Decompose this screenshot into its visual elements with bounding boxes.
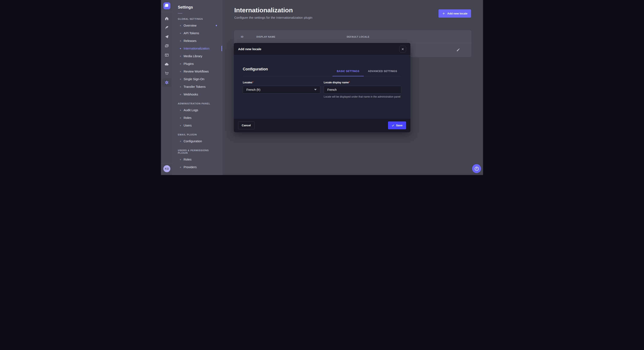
label-text: Locales	[243, 81, 252, 84]
modal-title: Add new locale	[238, 47, 261, 51]
cancel-button[interactable]: Cancel	[238, 121, 254, 129]
check-icon	[392, 124, 394, 127]
settings-tabs: BASIC SETTINGS ADVANCED SETTINGS	[332, 70, 402, 76]
configuration-header: Configuration BASIC SETTINGS ADVANCED SE…	[243, 55, 402, 76]
display-name-field: Locale display name* Locale will be disp…	[324, 81, 401, 98]
app-window: KD Settings GLOBAL SETTINGS Overview API…	[161, 0, 483, 175]
tab-basic-settings[interactable]: BASIC SETTINGS	[332, 70, 364, 76]
modal-body: Configuration BASIC SETTINGS ADVANCED SE…	[234, 55, 410, 118]
required-asterisk: *	[252, 81, 254, 84]
locales-select[interactable]: French (fr)	[243, 86, 320, 94]
close-icon[interactable]	[399, 46, 406, 52]
tab-advanced-settings[interactable]: ADVANCED SETTINGS	[364, 70, 402, 76]
add-new-locale-modal: Add new locale Configuration BASIC SETTI…	[234, 43, 410, 132]
label-text: Locale display name	[324, 81, 348, 84]
configuration-title: Configuration	[243, 67, 268, 76]
display-name-label: Locale display name*	[324, 81, 401, 84]
chevron-down-icon	[314, 89, 317, 90]
save-button[interactable]: Save	[388, 121, 406, 129]
locales-select-value: French (fr)	[246, 88, 260, 91]
modal-header: Add new locale	[234, 43, 410, 55]
modal-footer: Cancel Save	[234, 118, 410, 132]
locales-field: Locales* French (fr)	[243, 81, 320, 98]
save-button-label: Save	[396, 124, 402, 127]
display-name-input[interactable]	[324, 86, 401, 94]
required-asterisk: *	[348, 81, 350, 84]
form-fields: Locales* French (fr) Locale display name…	[243, 81, 402, 98]
locales-label: Locales*	[243, 81, 320, 84]
display-name-hint: Locale will be displayed under that name…	[324, 95, 401, 98]
